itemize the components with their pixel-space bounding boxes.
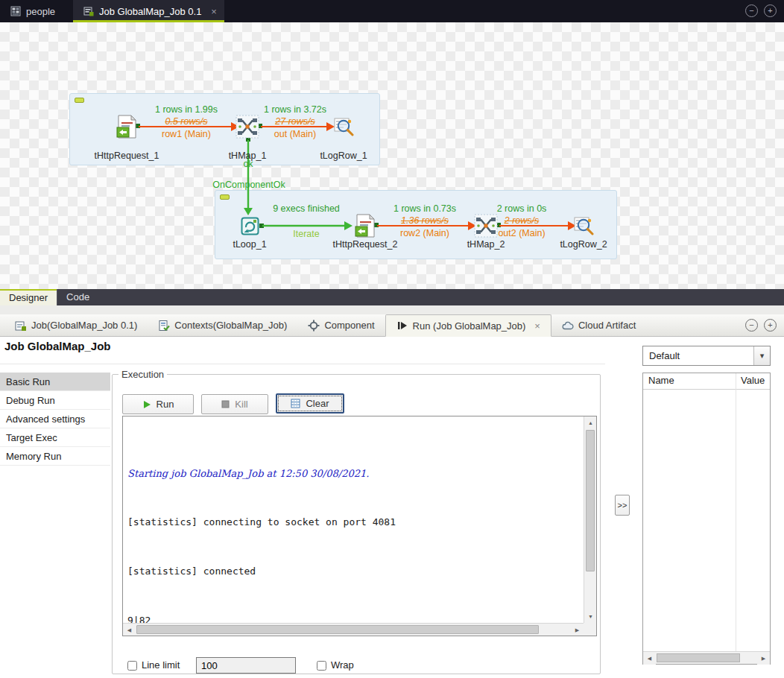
out-connection-label[interactable]: out (Main): [243, 129, 347, 139]
column-header-value[interactable]: Value: [741, 375, 765, 386]
scroll-up-icon[interactable]: ▲: [584, 416, 597, 429]
tab-label: Job GlobalMap_Job 0.1: [99, 6, 201, 17]
scrollbar-thumb[interactable]: [586, 430, 595, 571]
bottom-panel: Job(GlobalMap_Job 0.1) Contexts(GlobalMa…: [0, 305, 784, 678]
tab-contexts-view[interactable]: Contexts(GlobalMap_Job): [148, 314, 297, 336]
job-view-icon: [15, 320, 27, 332]
play-icon: [142, 400, 151, 409]
context-variables-table[interactable]: Name Value ◀ ▶: [642, 373, 771, 665]
row1-connection-label[interactable]: row1 (Main): [134, 129, 238, 139]
console-line: 9|82: [127, 615, 579, 624]
run-view-icon: [396, 320, 408, 332]
tab-component-view[interactable]: Component: [297, 314, 385, 336]
row2-rate-label: 1.36 rows/s: [373, 215, 477, 226]
context-combo-value: Default: [643, 350, 753, 361]
component-label-thttprequest1[interactable]: tHttpRequest_1: [82, 151, 171, 161]
wrap-label: Wrap: [331, 659, 354, 671]
run-button-label: Run: [157, 399, 174, 410]
tab-job-globalmap[interactable]: Job GlobalMap_Job 0.1 ×: [73, 0, 224, 22]
execution-legend: Execution: [118, 369, 167, 380]
scrollbar-thumb[interactable]: [657, 653, 740, 662]
scrollbar-thumb[interactable]: [136, 625, 539, 634]
console-vertical-scrollbar[interactable]: ▲ ▼: [584, 416, 596, 623]
view-tabbar-actions: − +: [745, 319, 777, 332]
subjob-collapse-icon[interactable]: [220, 194, 230, 200]
view-tabbar: Job(GlobalMap_Job 0.1) Contexts(GlobalMa…: [0, 314, 784, 337]
line-limit-input[interactable]: [196, 657, 296, 674]
scroll-right-icon[interactable]: ▶: [757, 652, 770, 665]
tab-people[interactable]: people: [0, 0, 66, 22]
tab-label: Cloud Artifact: [578, 320, 636, 331]
clear-button-label: Clear: [306, 398, 329, 409]
kill-button[interactable]: Kill: [201, 394, 268, 414]
out2-count-label: 2 rows in 0s: [470, 203, 574, 214]
column-header-name[interactable]: Name: [648, 375, 674, 386]
console-line: [statistics] connected: [127, 565, 579, 577]
minimize-icon[interactable]: −: [745, 4, 758, 17]
tab-label: people: [26, 6, 55, 17]
contexts-icon: [158, 320, 170, 332]
tab-code[interactable]: Code: [57, 289, 98, 305]
maximize-icon[interactable]: +: [764, 4, 777, 17]
column-separator: [736, 373, 736, 651]
run-view-menu: Basic Run Debug Run Advanced settings Ta…: [0, 373, 110, 466]
out2-connection-label[interactable]: out2 (Main): [470, 228, 574, 238]
component-label-tloop1[interactable]: tLoop_1: [205, 239, 294, 250]
close-icon[interactable]: ×: [534, 320, 540, 332]
tab-label: Component: [324, 320, 374, 331]
tab-label: Run (Job GlobalMap_Job): [413, 320, 526, 332]
tab-designer[interactable]: Designer: [0, 289, 57, 305]
row2-count-label: 1 rows in 0.73s: [373, 203, 477, 214]
kill-button-label: Kill: [235, 399, 247, 410]
iterate-connection-label[interactable]: Iterate: [254, 229, 358, 239]
subjob-collapse-icon[interactable]: [75, 98, 84, 103]
scrollbar-corner: [584, 623, 596, 636]
run-menu-item[interactable]: Advanced settings: [0, 410, 110, 428]
tab-job-view[interactable]: Job(GlobalMap_Job 0.1): [4, 314, 148, 336]
tlogrow-icon[interactable]: [574, 215, 594, 235]
console-line: Starting job GlobalMap_Job at 12:50 30/0…: [127, 468, 579, 480]
run-button[interactable]: Run: [122, 394, 194, 414]
component-label-tlogrow1[interactable]: tLogRow_1: [299, 151, 388, 161]
component-label-thttprequest2[interactable]: tHttpRequest_2: [320, 239, 410, 250]
out-count-label: 1 rows in 3.72s: [243, 104, 347, 115]
clear-button[interactable]: Clear: [276, 393, 344, 414]
component-label-tlogrow2[interactable]: tLogRow_2: [539, 239, 628, 250]
expand-panel-button[interactable]: >>: [615, 495, 630, 516]
job-designer-canvas[interactable]: tHttpRequest_1 tHMap_1 tLogRow_1 tLoop_1…: [0, 22, 784, 289]
out-rate-label: 27 rows/s: [243, 116, 347, 127]
designer-code-bar: Designer Code: [0, 289, 784, 305]
iterate-count-label: 9 execs finished: [254, 203, 358, 214]
scroll-right-icon[interactable]: ▶: [571, 624, 584, 636]
scroll-down-icon[interactable]: ▼: [584, 610, 597, 623]
console-horizontal-scrollbar[interactable]: ◀ ▶: [123, 623, 584, 636]
tab-cloud-artifact[interactable]: Cloud Artifact: [551, 314, 646, 336]
close-icon[interactable]: ×: [211, 6, 217, 17]
run-menu-item[interactable]: Debug Run: [0, 391, 110, 410]
line-limit-checkbox[interactable]: [127, 661, 137, 671]
run-menu-item[interactable]: Target Exec: [0, 428, 110, 447]
execution-console[interactable]: Starting job GlobalMap_Job at 12:50 30/0…: [122, 416, 597, 636]
tab-label: Contexts(GlobalMap_Job): [174, 320, 287, 331]
maximize-icon[interactable]: +: [764, 319, 777, 332]
scroll-left-icon[interactable]: ◀: [643, 652, 656, 665]
context-combo[interactable]: Default ▾: [642, 346, 771, 366]
ok-trigger-label: ok: [226, 159, 271, 169]
chevron-down-icon[interactable]: ▾: [753, 346, 770, 365]
clear-icon: [291, 399, 300, 408]
row1-count-label: 1 rows in 1.99s: [134, 104, 238, 115]
component-label-thmap2[interactable]: tHMap_2: [441, 239, 531, 250]
minimize-icon[interactable]: −: [745, 319, 758, 332]
table-horizontal-scrollbar[interactable]: ◀ ▶: [643, 651, 770, 664]
row1-rate-label: 0.5 rows/s: [134, 116, 238, 127]
oncomponentok-label[interactable]: OnComponentOk: [197, 180, 301, 190]
scroll-left-icon[interactable]: ◀: [123, 624, 136, 636]
out2-rate-label: 2 rows/s: [470, 215, 574, 226]
run-menu-item[interactable]: Memory Run: [0, 447, 110, 466]
console-output[interactable]: Starting job GlobalMap_Job at 12:50 30/0…: [123, 416, 584, 623]
wrap-checkbox[interactable]: [317, 661, 326, 671]
tab-run-view[interactable]: Run (Job GlobalMap_Job) ×: [385, 314, 551, 337]
row2-connection-label[interactable]: row2 (Main): [373, 228, 477, 238]
job-title: Job GlobalMap_Job: [4, 340, 111, 352]
run-menu-item[interactable]: Basic Run: [0, 373, 110, 391]
